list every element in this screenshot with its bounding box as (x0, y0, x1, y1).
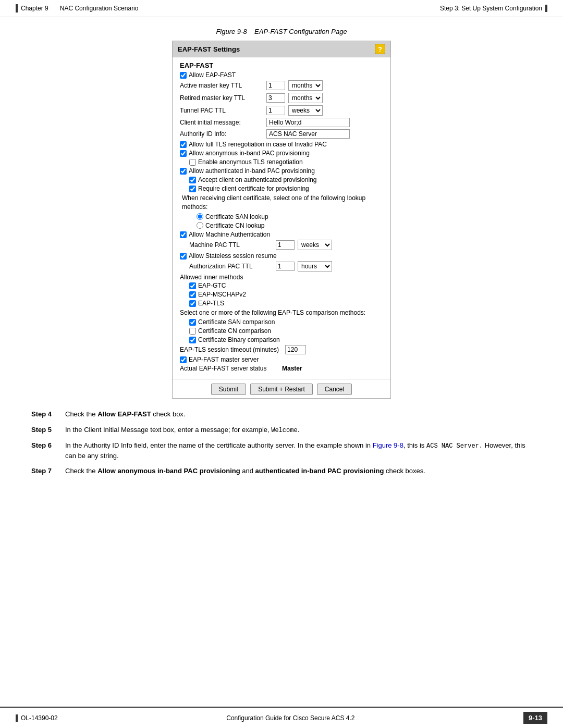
header-bar-icon (16, 4, 18, 13)
allow-machine-auth-checkbox[interactable] (180, 231, 187, 238)
authority-id-info-input[interactable] (266, 129, 350, 139)
cert-san-lookup-row: Certificate SAN lookup (197, 213, 383, 220)
allow-authenticated-checkbox[interactable] (180, 168, 187, 175)
chapter-label: Chapter 9 (21, 5, 48, 12)
settings-title-bar: EAP-FAST Settings ? (173, 41, 390, 57)
cancel-button[interactable]: Cancel (317, 384, 352, 395)
cert-cn-comparison-label: Certificate CN comparison (198, 327, 271, 335)
enable-anonymous-tls-label: Enable anonymous TLS renegotiation (198, 158, 303, 166)
allow-authenticated-label: Allow authenticated in-band PAC provisio… (189, 167, 315, 175)
allow-stateless-row: Allow Stateless session resume (180, 252, 383, 260)
footer-right-label: Configuration Guide for Cisco Secure ACS… (226, 714, 354, 722)
retired-master-key-input[interactable] (266, 93, 285, 103)
cert-binary-comparison-row: Certificate Binary comparison (189, 336, 383, 343)
active-master-key-input[interactable] (266, 81, 285, 90)
client-initial-message-input[interactable] (266, 118, 350, 127)
submit-button[interactable]: Submit (211, 384, 246, 395)
cert-cn-lookup-radio[interactable] (197, 222, 203, 229)
step-label: Step 3: Set Up System Configuration (440, 5, 542, 12)
step-4-content: Check the Allow EAP-FAST check box. (65, 409, 532, 419)
machine-pac-ttl-row: Machine PAC TTL weeks months hours days (189, 240, 383, 250)
figure-9-8-link[interactable]: Figure 9-8 (373, 441, 403, 449)
footer-doc-number: OL-14390-02 (21, 714, 58, 722)
authorization-pac-ttl-row: Authorization PAC TTL hours months weeks… (189, 261, 383, 272)
authority-id-info-row: Authority ID Info: (180, 129, 383, 139)
eap-fast-master-server-checkbox[interactable] (180, 356, 187, 363)
allow-anonymous-label: Allow anonymous in-band PAC provisioning (189, 150, 310, 157)
cert-cn-comparison-row: Certificate CN comparison (189, 327, 383, 335)
allow-eap-fast-label: Allow EAP-FAST (189, 71, 236, 79)
settings-title: EAP-FAST Settings (178, 45, 240, 53)
actual-server-status-label: Actual EAP-FAST server status (180, 365, 279, 372)
settings-body: EAP-FAST Allow EAP-FAST Active master ke… (173, 57, 390, 379)
cert-san-lookup-label: Certificate SAN lookup (205, 213, 268, 220)
tunnel-pac-ttl-label: Tunnel PAC TTL (180, 107, 263, 114)
authorization-pac-ttl-unit-select[interactable]: hours months weeks days (298, 261, 332, 272)
section-title: EAP-FAST (180, 61, 383, 69)
allow-anonymous-checkbox[interactable] (180, 150, 187, 157)
figure-title: EAP-FAST Configuration Page (254, 28, 347, 35)
steps-section: Step 4 Check the Allow EAP-FAST check bo… (31, 409, 532, 476)
allow-machine-auth-row: Allow Machine Authentication (180, 231, 383, 238)
figure-number: Figure 9-8 (216, 28, 247, 35)
step-4-label: Step 4 (31, 409, 60, 419)
cert-binary-comparison-checkbox[interactable] (189, 337, 196, 343)
machine-pac-ttl-input[interactable] (276, 240, 295, 250)
tunnel-pac-ttl-unit-select[interactable]: weeks months hours days (288, 105, 323, 116)
cert-san-comparison-checkbox[interactable] (189, 319, 196, 326)
eap-tls-timeout-row: EAP-TLS session timeout (minutes) (180, 345, 383, 354)
step-7-content: Check the Allow anonymous in-band PAC pr… (65, 466, 532, 476)
require-client-cert-row: Require client certificate for provision… (189, 185, 383, 192)
allow-eap-fast-checkbox[interactable] (180, 72, 187, 79)
page-header: Chapter 9 NAC Configuration Scenario Ste… (0, 0, 563, 17)
allow-stateless-checkbox[interactable] (180, 253, 187, 260)
step-7-label: Step 7 (31, 466, 60, 476)
eap-mschapv2-checkbox[interactable] (189, 291, 196, 298)
page-number-box: 9-13 (523, 712, 547, 724)
cert-san-comparison-row: Certificate SAN comparison (189, 318, 383, 326)
active-master-key-unit-select[interactable]: months weeks hours days (288, 80, 323, 91)
eap-mschapv2-label: EAP-MSCHAPv2 (198, 291, 246, 298)
footer-left: OL-14390-02 (16, 714, 58, 722)
active-master-key-label: Active master key TTL (180, 82, 263, 89)
eap-tls-checkbox[interactable] (189, 300, 196, 307)
retired-master-key-unit-select[interactable]: months weeks hours days (288, 93, 323, 103)
eap-gtc-label: EAP-GTC (198, 282, 226, 289)
allow-full-tls-checkbox[interactable] (180, 141, 187, 148)
eap-gtc-row: EAP-GTC (189, 282, 383, 289)
require-client-cert-checkbox[interactable] (189, 186, 196, 192)
cert-cn-comparison-checkbox[interactable] (189, 328, 196, 335)
cert-san-lookup-radio[interactable] (197, 213, 203, 220)
accept-client-label: Accept client on authenticated provision… (198, 176, 316, 183)
lookup-text-content: When receiving client certificate, selec… (182, 194, 365, 211)
header-left: Chapter 9 NAC Configuration Scenario (16, 4, 138, 13)
buttons-row: Submit Submit + Restart Cancel (173, 379, 390, 398)
lookup-text: When receiving client certificate, selec… (182, 194, 383, 212)
submit-restart-button[interactable]: Submit + Restart (250, 384, 313, 395)
allow-stateless-label: Allow Stateless session resume (189, 252, 277, 260)
eap-gtc-checkbox[interactable] (189, 282, 196, 289)
help-icon[interactable]: ? (375, 44, 385, 54)
tunnel-pac-ttl-input[interactable] (266, 106, 285, 115)
step-4-row: Step 4 Check the Allow EAP-FAST check bo… (31, 409, 532, 419)
step-7-row: Step 7 Check the Allow anonymous in-band… (31, 466, 532, 476)
require-client-cert-label: Require client certificate for provision… (198, 185, 309, 192)
eap-fast-master-server-label: EAP-FAST master server (189, 356, 259, 363)
allow-full-tls-row: Allow full TLS renegotiation in case of … (180, 141, 383, 148)
machine-pac-ttl-unit-select[interactable]: weeks months hours days (298, 240, 332, 250)
accept-client-row: Accept client on authenticated provision… (189, 176, 383, 183)
retired-master-key-label: Retired master key TTL (180, 94, 263, 102)
figure-caption: Figure 9-8 EAP-FAST Configuration Page (31, 28, 532, 35)
authorization-pac-ttl-input[interactable] (276, 262, 295, 271)
eap-tls-timeout-input[interactable] (285, 345, 306, 354)
allowed-inner-methods-label: Allowed inner methods (180, 274, 383, 281)
page-footer: OL-14390-02 Configuration Guide for Cisc… (0, 707, 563, 728)
eap-mschapv2-row: EAP-MSCHAPv2 (189, 291, 383, 298)
allow-authenticated-row: Allow authenticated in-band PAC provisio… (180, 167, 383, 175)
enable-anonymous-tls-checkbox[interactable] (189, 159, 196, 166)
accept-client-checkbox[interactable] (189, 177, 196, 183)
cert-binary-comparison-label: Certificate Binary comparison (198, 336, 280, 343)
active-master-key-row: Active master key TTL months weeks hours… (180, 80, 383, 91)
client-initial-message-label: Client initial message: (180, 119, 263, 126)
settings-box: EAP-FAST Settings ? EAP-FAST Allow EAP-F… (172, 41, 391, 399)
